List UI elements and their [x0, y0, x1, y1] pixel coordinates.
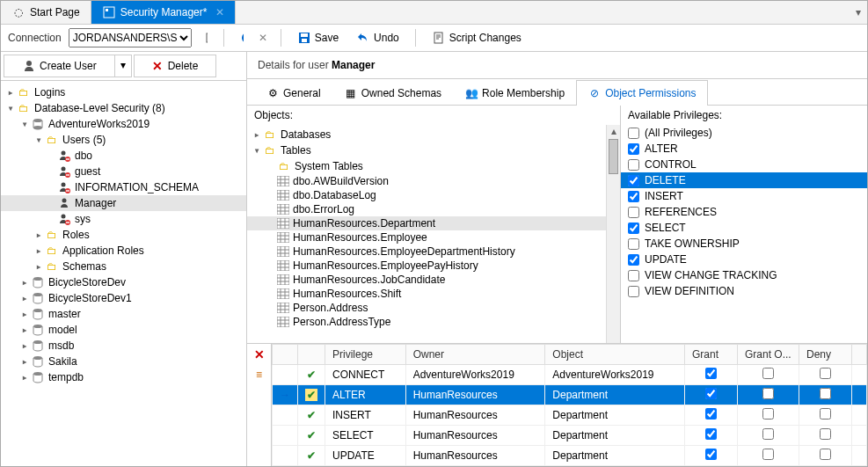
- tree-db-msdb[interactable]: ▸msdb: [1, 338, 246, 354]
- priv-checkbox[interactable]: [628, 223, 639, 234]
- tab-security-manager[interactable]: Security Manager* ✕: [91, 1, 237, 24]
- grant-option-checkbox[interactable]: [762, 449, 774, 460]
- priv-checkbox[interactable]: [628, 207, 639, 218]
- priv-view-change-tracking[interactable]: VIEW CHANGE TRACKING: [621, 267, 867, 283]
- privileges-list[interactable]: (All Privileges) ALTER CONTROL DELETE IN…: [621, 125, 867, 343]
- tree-user-info-schema[interactable]: INFORMATION_SCHEMA: [1, 179, 246, 195]
- col-deny[interactable]: Deny: [799, 345, 852, 365]
- obj-table[interactable]: HumanResources.Employee: [247, 230, 620, 244]
- obj-table[interactable]: dbo.DatabaseLog: [247, 188, 620, 202]
- tree-db-master[interactable]: ▸master: [1, 306, 246, 322]
- grant-option-checkbox[interactable]: [762, 428, 774, 440]
- priv-view-definition[interactable]: VIEW DEFINITION: [621, 283, 867, 299]
- col-object[interactable]: Object: [545, 345, 685, 365]
- priv-update[interactable]: UPDATE: [621, 252, 867, 267]
- tree-node-adventureworks[interactable]: ▾AdventureWorks2019: [1, 116, 246, 132]
- obj-table[interactable]: HumanResources.JobCandidate: [247, 273, 620, 287]
- close-icon[interactable]: ✕: [215, 6, 224, 18]
- grid-row[interactable]: ✔INSERTHumanResourcesDepartment: [273, 405, 867, 426]
- delete-button[interactable]: ✕Delete: [134, 55, 217, 77]
- tree-db-sakila[interactable]: ▸Sakila: [1, 354, 246, 369]
- security-tree[interactable]: ▸🗀Logins ▾🗀Database-Level Security (8) ▾…: [1, 81, 246, 466]
- priv-checkbox[interactable]: [628, 175, 639, 186]
- save-button[interactable]: Save: [292, 29, 344, 47]
- obj-node-databases[interactable]: ▸🗀Databases: [247, 127, 620, 142]
- tree-node-logins[interactable]: ▸🗀Logins: [1, 84, 246, 100]
- grid-row[interactable]: →✔ALTERHumanResourcesDepartment: [273, 385, 867, 405]
- create-user-button[interactable]: Create User ▾: [4, 55, 132, 77]
- obj-table[interactable]: dbo.AWBuildVersion: [247, 174, 620, 188]
- objects-tree[interactable]: ▸🗀Databases ▾🗀Tables 🗀System Tables dbo.…: [247, 125, 620, 343]
- tree-user-manager[interactable]: Manager: [1, 195, 246, 211]
- grant-checkbox[interactable]: [705, 368, 717, 379]
- priv-checkbox[interactable]: [628, 286, 639, 297]
- grant-checkbox[interactable]: [705, 449, 717, 460]
- obj-table[interactable]: Person.AddressType: [247, 315, 620, 329]
- priv-take-ownership[interactable]: TAKE OWNERSHIP: [621, 236, 867, 252]
- priv-select[interactable]: SELECT: [621, 220, 867, 236]
- priv-checkbox[interactable]: [628, 270, 639, 281]
- grid-row[interactable]: ✔UPDATEHumanResourcesDepartment: [273, 446, 867, 466]
- tree-node-db-security[interactable]: ▾🗀Database-Level Security (8): [1, 100, 246, 116]
- priv-delete[interactable]: DELETE: [621, 172, 867, 188]
- script-changes-button[interactable]: Script Changes: [427, 29, 527, 47]
- obj-table[interactable]: HumanResources.EmployeePayHistory: [247, 259, 620, 273]
- obj-table[interactable]: Person.Address: [247, 301, 620, 315]
- tree-user-dbo[interactable]: dbo: [1, 148, 246, 164]
- tree-node-app-roles[interactable]: ▸🗀Application Roles: [1, 243, 246, 259]
- scrollbar[interactable]: ▴: [606, 125, 620, 343]
- tree-db-model[interactable]: ▸model: [1, 322, 246, 338]
- priv-control[interactable]: CONTROL: [621, 157, 867, 172]
- priv-checkbox[interactable]: [628, 143, 639, 155]
- deny-checkbox[interactable]: [820, 449, 831, 460]
- copy-button[interactable]: [199, 31, 213, 45]
- priv-alter[interactable]: ALTER: [621, 141, 867, 157]
- tab-general[interactable]: ⚙General: [254, 80, 332, 106]
- obj-table[interactable]: HumanResources.Shift: [247, 287, 620, 301]
- edit-row-button[interactable]: ≡: [256, 368, 262, 381]
- obj-node-tables[interactable]: ▾🗀Tables: [247, 142, 620, 158]
- obj-table-selected[interactable]: HumanResources.Department: [247, 216, 620, 230]
- permissions-grid[interactable]: Privilege Owner Object Grant Grant O... …: [272, 344, 867, 466]
- col-owner[interactable]: Owner: [405, 345, 545, 365]
- tree-db-bicyclestoredev1[interactable]: ▸BicycleStoreDev1: [1, 290, 246, 306]
- grid-row[interactable]: ✔CONNECTAdventureWorks2019AdventureWorks…: [273, 365, 867, 385]
- create-dropdown[interactable]: ▾: [114, 55, 131, 77]
- tab-object-permissions[interactable]: ⊘Object Permissions: [576, 80, 707, 106]
- priv-checkbox[interactable]: [628, 191, 639, 202]
- deny-checkbox[interactable]: [820, 408, 831, 420]
- grant-checkbox[interactable]: [705, 408, 717, 420]
- priv-checkbox[interactable]: [628, 159, 639, 171]
- tab-role-membership[interactable]: 👥Role Membership: [453, 80, 576, 106]
- grant-checkbox[interactable]: [705, 428, 717, 440]
- tree-user-guest[interactable]: guest: [1, 164, 246, 179]
- grid-row[interactable]: ✔SELECTHumanResourcesDepartment: [273, 426, 867, 446]
- remove-row-button[interactable]: ✕: [254, 347, 265, 361]
- priv-checkbox[interactable]: [628, 128, 639, 139]
- grant-option-checkbox[interactable]: [762, 408, 774, 420]
- tree-node-schemas[interactable]: ▸🗀Schemas: [1, 259, 246, 274]
- tab-owned-schemas[interactable]: ▦Owned Schemas: [332, 80, 453, 106]
- col-grant[interactable]: Grant: [685, 345, 738, 365]
- col-privilege[interactable]: Privilege: [325, 345, 406, 365]
- priv-insert[interactable]: INSERT: [621, 188, 867, 204]
- obj-table[interactable]: HumanResources.EmployeeDepartmentHistory: [247, 244, 620, 259]
- priv-checkbox[interactable]: [628, 238, 639, 250]
- tree-node-roles[interactable]: ▸🗀Roles: [1, 227, 246, 243]
- tree-user-sys[interactable]: sys: [1, 211, 246, 227]
- deny-checkbox[interactable]: [820, 368, 831, 379]
- priv-all[interactable]: (All Privileges): [621, 125, 867, 141]
- deny-checkbox[interactable]: [820, 428, 831, 440]
- obj-table[interactable]: dbo.ErrorLog: [247, 202, 620, 216]
- undo-button[interactable]: Undo: [351, 29, 405, 47]
- tab-start-page[interactable]: ◌ Start Page: [1, 1, 91, 24]
- tree-db-tempdb[interactable]: ▸tempdb: [1, 369, 246, 385]
- tabstrip-dropdown[interactable]: ▾: [850, 6, 867, 18]
- grant-checkbox[interactable]: [705, 388, 717, 399]
- scroll-thumb[interactable]: [609, 139, 618, 174]
- tree-node-users[interactable]: ▾🗀Users (5): [1, 132, 246, 148]
- col-grant-option[interactable]: Grant O...: [738, 345, 799, 365]
- priv-references[interactable]: REFERENCES: [621, 204, 867, 220]
- priv-checkbox[interactable]: [628, 254, 639, 266]
- connection-select[interactable]: JORDANSANDERS\SQL...: [69, 28, 192, 47]
